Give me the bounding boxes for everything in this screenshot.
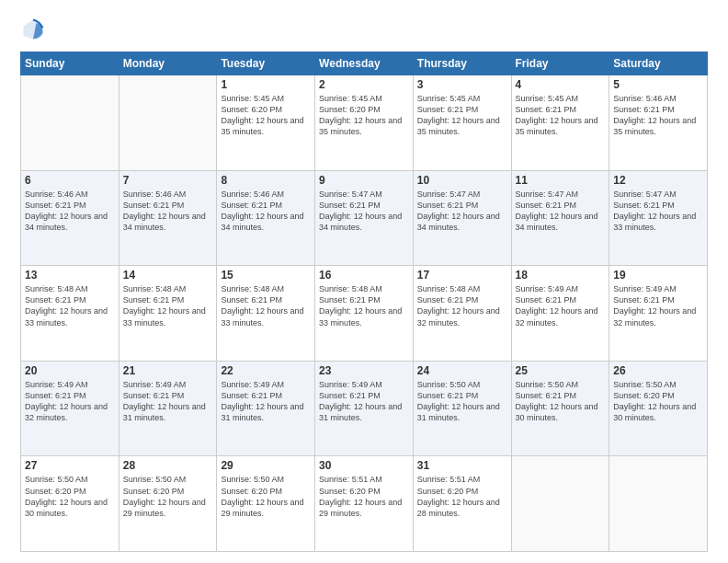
page: SundayMondayTuesdayWednesdayThursdayFrid… [0, 0, 728, 563]
day-info: Sunrise: 5:45 AM Sunset: 6:21 PM Dayligh… [417, 93, 507, 138]
day-number: 16 [319, 269, 409, 282]
day-number: 2 [319, 78, 409, 91]
day-info: Sunrise: 5:45 AM Sunset: 6:20 PM Dayligh… [319, 93, 409, 138]
calendar-cell: 3Sunrise: 5:45 AM Sunset: 6:21 PM Daylig… [413, 75, 511, 171]
calendar-header-row: SundayMondayTuesdayWednesdayThursdayFrid… [21, 52, 708, 75]
general-blue-icon [20, 17, 46, 42]
day-info: Sunrise: 5:50 AM Sunset: 6:21 PM Dayligh… [516, 379, 606, 424]
day-number: 5 [613, 78, 703, 91]
calendar-cell: 6Sunrise: 5:46 AM Sunset: 6:21 PM Daylig… [21, 170, 119, 266]
calendar-cell: 24Sunrise: 5:50 AM Sunset: 6:21 PM Dayli… [413, 361, 511, 456]
day-info: Sunrise: 5:45 AM Sunset: 6:20 PM Dayligh… [221, 93, 311, 138]
day-number: 24 [417, 364, 507, 377]
calendar-cell: 7Sunrise: 5:46 AM Sunset: 6:21 PM Daylig… [119, 170, 217, 266]
calendar-dow-wednesday: Wednesday [315, 52, 414, 75]
calendar-dow-tuesday: Tuesday [217, 52, 315, 75]
day-number: 25 [516, 364, 606, 377]
calendar-dow-saturday: Saturday [609, 52, 708, 75]
calendar-cell: 4Sunrise: 5:45 AM Sunset: 6:21 PM Daylig… [511, 75, 609, 171]
day-info: Sunrise: 5:49 AM Sunset: 6:21 PM Dayligh… [221, 379, 311, 424]
calendar-cell: 8Sunrise: 5:46 AM Sunset: 6:21 PM Daylig… [217, 170, 315, 266]
calendar-cell: 2Sunrise: 5:45 AM Sunset: 6:20 PM Daylig… [315, 75, 414, 171]
day-number: 8 [221, 174, 311, 187]
day-info: Sunrise: 5:48 AM Sunset: 6:21 PM Dayligh… [123, 283, 213, 328]
day-number: 7 [123, 174, 213, 187]
calendar-dow-friday: Friday [511, 52, 609, 75]
day-info: Sunrise: 5:49 AM Sunset: 6:21 PM Dayligh… [613, 283, 703, 328]
day-info: Sunrise: 5:48 AM Sunset: 6:21 PM Dayligh… [25, 283, 115, 328]
calendar-cell: 22Sunrise: 5:49 AM Sunset: 6:21 PM Dayli… [217, 361, 315, 456]
calendar-dow-sunday: Sunday [21, 52, 119, 75]
day-info: Sunrise: 5:49 AM Sunset: 6:21 PM Dayligh… [25, 379, 115, 424]
day-info: Sunrise: 5:48 AM Sunset: 6:21 PM Dayligh… [319, 283, 409, 328]
day-number: 9 [319, 174, 409, 187]
calendar-cell: 17Sunrise: 5:48 AM Sunset: 6:21 PM Dayli… [413, 266, 511, 362]
calendar-week-row: 1Sunrise: 5:45 AM Sunset: 6:20 PM Daylig… [21, 75, 708, 171]
day-info: Sunrise: 5:46 AM Sunset: 6:21 PM Dayligh… [25, 189, 115, 234]
day-info: Sunrise: 5:50 AM Sunset: 6:20 PM Dayligh… [221, 474, 311, 519]
day-info: Sunrise: 5:50 AM Sunset: 6:20 PM Dayligh… [25, 474, 115, 519]
day-number: 15 [221, 269, 311, 282]
day-number: 19 [613, 269, 703, 282]
calendar-cell: 18Sunrise: 5:49 AM Sunset: 6:21 PM Dayli… [511, 266, 609, 362]
day-number: 23 [319, 364, 409, 377]
calendar-cell: 10Sunrise: 5:47 AM Sunset: 6:21 PM Dayli… [413, 170, 511, 266]
calendar-cell: 15Sunrise: 5:48 AM Sunset: 6:21 PM Dayli… [217, 266, 315, 362]
calendar-week-row: 27Sunrise: 5:50 AM Sunset: 6:20 PM Dayli… [21, 456, 708, 552]
calendar-cell [609, 456, 708, 552]
calendar-cell: 19Sunrise: 5:49 AM Sunset: 6:21 PM Dayli… [609, 266, 708, 362]
calendar-cell [119, 75, 217, 171]
calendar-cell: 1Sunrise: 5:45 AM Sunset: 6:20 PM Daylig… [217, 75, 315, 171]
day-number: 10 [417, 174, 507, 187]
day-info: Sunrise: 5:47 AM Sunset: 6:21 PM Dayligh… [613, 189, 703, 234]
calendar-cell: 12Sunrise: 5:47 AM Sunset: 6:21 PM Dayli… [609, 170, 708, 266]
calendar-cell [511, 456, 609, 552]
day-number: 13 [25, 269, 115, 282]
day-number: 28 [123, 459, 213, 472]
calendar-cell: 13Sunrise: 5:48 AM Sunset: 6:21 PM Dayli… [21, 266, 119, 362]
day-number: 26 [613, 364, 703, 377]
calendar-week-row: 13Sunrise: 5:48 AM Sunset: 6:21 PM Dayli… [21, 266, 708, 362]
day-info: Sunrise: 5:49 AM Sunset: 6:21 PM Dayligh… [123, 379, 213, 424]
day-info: Sunrise: 5:47 AM Sunset: 6:21 PM Dayligh… [516, 189, 606, 234]
day-info: Sunrise: 5:47 AM Sunset: 6:21 PM Dayligh… [319, 189, 409, 234]
day-number: 11 [516, 174, 606, 187]
calendar-cell: 31Sunrise: 5:51 AM Sunset: 6:20 PM Dayli… [413, 456, 511, 552]
calendar-dow-monday: Monday [119, 52, 217, 75]
day-number: 20 [25, 364, 115, 377]
calendar-cell: 5Sunrise: 5:46 AM Sunset: 6:21 PM Daylig… [609, 75, 708, 171]
day-info: Sunrise: 5:50 AM Sunset: 6:21 PM Dayligh… [417, 379, 507, 424]
day-number: 30 [319, 459, 409, 472]
day-info: Sunrise: 5:48 AM Sunset: 6:21 PM Dayligh… [417, 283, 507, 328]
calendar-cell: 23Sunrise: 5:49 AM Sunset: 6:21 PM Dayli… [315, 361, 414, 456]
calendar-cell: 28Sunrise: 5:50 AM Sunset: 6:20 PM Dayli… [119, 456, 217, 552]
day-info: Sunrise: 5:45 AM Sunset: 6:21 PM Dayligh… [516, 93, 606, 138]
calendar-cell: 26Sunrise: 5:50 AM Sunset: 6:20 PM Dayli… [609, 361, 708, 456]
day-info: Sunrise: 5:46 AM Sunset: 6:21 PM Dayligh… [123, 189, 213, 234]
calendar-cell: 29Sunrise: 5:50 AM Sunset: 6:20 PM Dayli… [217, 456, 315, 552]
header [20, 17, 708, 42]
day-info: Sunrise: 5:50 AM Sunset: 6:20 PM Dayligh… [613, 379, 703, 424]
calendar-cell: 25Sunrise: 5:50 AM Sunset: 6:21 PM Dayli… [511, 361, 609, 456]
day-number: 12 [613, 174, 703, 187]
calendar-cell: 9Sunrise: 5:47 AM Sunset: 6:21 PM Daylig… [315, 170, 414, 266]
day-info: Sunrise: 5:47 AM Sunset: 6:21 PM Dayligh… [417, 189, 507, 234]
day-info: Sunrise: 5:46 AM Sunset: 6:21 PM Dayligh… [613, 93, 703, 138]
day-number: 14 [123, 269, 213, 282]
calendar-cell [21, 75, 119, 171]
calendar-week-row: 6Sunrise: 5:46 AM Sunset: 6:21 PM Daylig… [21, 170, 708, 266]
day-info: Sunrise: 5:51 AM Sunset: 6:20 PM Dayligh… [319, 474, 409, 519]
day-number: 21 [123, 364, 213, 377]
day-number: 31 [417, 459, 507, 472]
day-number: 22 [221, 364, 311, 377]
calendar-table: SundayMondayTuesdayWednesdayThursdayFrid… [20, 52, 708, 552]
calendar-cell: 16Sunrise: 5:48 AM Sunset: 6:21 PM Dayli… [315, 266, 414, 362]
day-number: 17 [417, 269, 507, 282]
day-number: 3 [417, 78, 507, 91]
day-number: 4 [516, 78, 606, 91]
calendar-cell: 21Sunrise: 5:49 AM Sunset: 6:21 PM Dayli… [119, 361, 217, 456]
day-number: 29 [221, 459, 311, 472]
day-info: Sunrise: 5:50 AM Sunset: 6:20 PM Dayligh… [123, 474, 213, 519]
day-info: Sunrise: 5:46 AM Sunset: 6:21 PM Dayligh… [221, 189, 311, 234]
day-info: Sunrise: 5:49 AM Sunset: 6:21 PM Dayligh… [319, 379, 409, 424]
